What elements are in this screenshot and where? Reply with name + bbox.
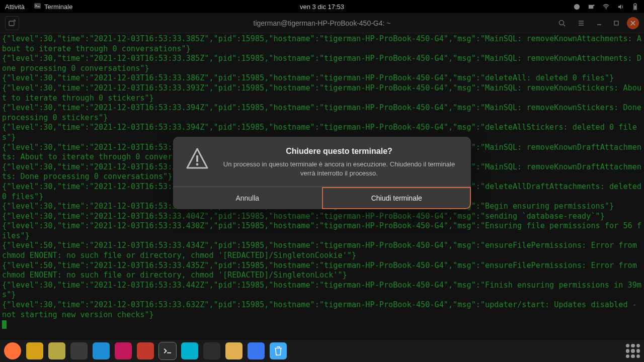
svg-point-12 [196, 163, 199, 166]
app-red-icon[interactable] [137, 342, 154, 359]
search-button[interactable] [554, 16, 570, 31]
app-magenta-icon[interactable] [115, 342, 132, 359]
svg-point-4 [606, 8, 607, 9]
svg-rect-2 [589, 5, 593, 9]
signal-icon[interactable] [248, 342, 265, 359]
terminal-app-icon [34, 2, 41, 11]
close-terminal-button[interactable]: Chiudi terminale [322, 187, 471, 209]
dialog-body: Un processo in questo terminale è ancora… [219, 160, 459, 177]
video-icon[interactable] [203, 342, 220, 359]
close-confirm-dialog: Chiudere questo terminale? Un processo i… [173, 137, 471, 209]
svg-point-9 [559, 20, 564, 25]
warning-icon [185, 147, 209, 171]
svg-point-1 [574, 4, 580, 9]
app-olive-icon[interactable] [48, 342, 65, 359]
svg-rect-7 [634, 5, 636, 9]
svg-rect-8 [9, 21, 14, 26]
firefox-icon[interactable] [4, 342, 21, 359]
svg-rect-6 [634, 3, 636, 4]
volume-icon [617, 3, 624, 11]
new-tab-button[interactable] [5, 16, 19, 30]
activities-button[interactable]: Attività [5, 3, 25, 11]
maximize-button[interactable] [610, 17, 623, 30]
app-amber-icon[interactable] [26, 342, 43, 359]
svg-rect-0 [34, 3, 41, 9]
dash-dock [0, 340, 644, 362]
close-button[interactable] [627, 17, 639, 29]
network-wifi-icon [602, 3, 610, 11]
window-titlebar: tigerman@tigerman-HP-ProBook-450-G4: ~ [0, 13, 644, 33]
svg-rect-10 [614, 21, 618, 25]
current-app-label: Terminale [44, 3, 72, 11]
screencast-icon [588, 3, 595, 11]
show-applications-button[interactable] [626, 344, 640, 358]
notification-indicator-icon [573, 3, 581, 11]
svg-rect-11 [196, 155, 198, 162]
system-indicators[interactable] [573, 3, 639, 11]
settings-icon[interactable] [70, 342, 88, 359]
text-editor-icon[interactable] [225, 342, 243, 359]
app-cyan-icon[interactable] [93, 342, 110, 359]
cancel-button[interactable]: Annulla [173, 187, 322, 209]
terminal-icon[interactable] [159, 342, 176, 359]
minimize-button[interactable] [593, 17, 606, 30]
clock[interactable]: ven 3 dic 17:53 [300, 3, 344, 11]
hamburger-menu-button[interactable] [574, 16, 589, 31]
window-title: tigerman@tigerman-HP-ProBook-450-G4: ~ [254, 19, 391, 27]
svg-point-3 [593, 5, 595, 6]
dialog-title: Chiudere questo terminale? [219, 147, 459, 156]
gnome-topbar: Attività Terminale ven 3 dic 17:53 [0, 0, 644, 13]
terminal-cursor [2, 320, 7, 329]
current-app-menu[interactable]: Terminale [34, 2, 72, 11]
battery-icon [631, 3, 639, 11]
app-teal-icon[interactable] [181, 342, 198, 359]
trash-icon[interactable] [270, 342, 287, 359]
